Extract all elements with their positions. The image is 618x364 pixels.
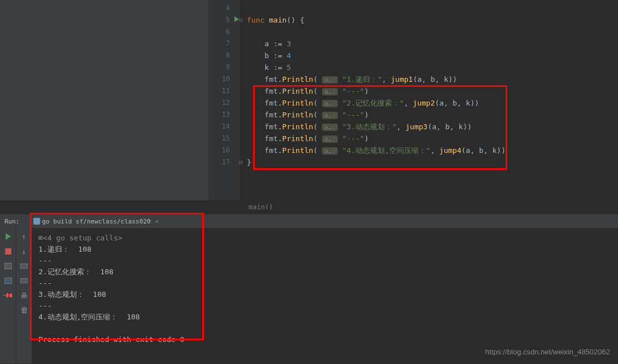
- code-line: fmt.Println( a…: "2.记忆化搜索：", jump2(a, b,…: [240, 97, 618, 109]
- gutter: 4 5 6 7 8 9 10 11 12 13 14 15 16 17: [209, 0, 240, 200]
- line-number: 17: [209, 156, 240, 168]
- line-number: 6: [209, 26, 240, 38]
- go-icon: [33, 218, 40, 225]
- code-line: ⊟}: [240, 156, 618, 168]
- code-line: [240, 168, 618, 180]
- code-line: fmt.Println( a…: "---"): [240, 109, 618, 121]
- code-line: [240, 26, 618, 38]
- console-line: ⊞<4 go setup calls>: [38, 233, 611, 244]
- watermark: https://blog.csdn.net/weixin_48502062: [485, 348, 610, 356]
- console-line: ---: [38, 255, 611, 266]
- line-number: 14: [209, 121, 240, 133]
- line-number: 4: [209, 2, 240, 14]
- close-icon[interactable]: ×: [155, 218, 159, 225]
- rerun-button[interactable]: [3, 231, 13, 242]
- console-line: 3.动态规划： 108: [38, 289, 611, 300]
- fold-icon[interactable]: ⊟: [239, 14, 243, 26]
- scroll-button[interactable]: [19, 275, 29, 286]
- run-header: Run: go build sf/newclass/class020 ×: [0, 214, 618, 228]
- clear-button[interactable]: 🗑: [19, 305, 29, 315]
- code-line: b := 4: [240, 50, 618, 62]
- editor-area: 4 5 6 7 8 9 10 11 12 13 14 15 16 17 ⊟fun…: [0, 0, 618, 200]
- console-line: [38, 323, 611, 334]
- code-line: ⊟func main() {: [240, 14, 618, 26]
- run-title: Run:: [5, 218, 20, 225]
- console-line: Process finished with exit code 0: [38, 334, 611, 345]
- code-line: fmt.Println( a…: "---"): [240, 133, 618, 144]
- breadcrumb[interactable]: main(): [0, 200, 618, 214]
- up-button[interactable]: ↑: [19, 231, 29, 242]
- line-number: 9: [209, 62, 240, 73]
- fold-close-icon[interactable]: ⊟: [239, 156, 243, 168]
- pin-button[interactable]: 📌: [1, 288, 15, 302]
- line-number: 16: [209, 144, 240, 156]
- console-line: 4.动态规划,空间压缩： 108: [38, 312, 611, 323]
- line-number: 7: [209, 38, 240, 50]
- line-number: 10: [209, 73, 240, 85]
- line-number: [209, 168, 240, 180]
- project-panel: [0, 0, 209, 200]
- code-line: k := 5: [240, 62, 618, 73]
- console-line: 2.记忆化搜索： 108: [38, 266, 611, 278]
- code-line: fmt.Println( a…: "4.动态规划,空间压缩：", jump4(a…: [240, 144, 618, 156]
- settings-button[interactable]: [3, 275, 13, 286]
- print-button[interactable]: 🖶: [19, 290, 29, 300]
- run-gutter-icon[interactable]: [234, 16, 239, 22]
- line-number: 15: [209, 133, 240, 144]
- line-number: 12: [209, 97, 240, 109]
- console-output[interactable]: ⊞<4 go setup calls> 1.递归： 108 --- 2.记忆化搜…: [32, 228, 618, 363]
- run-panel: Run: go build sf/newclass/class020 × 📌 ↑…: [0, 214, 618, 363]
- code-line: a := 3: [240, 38, 618, 50]
- console-line: ---: [38, 278, 611, 289]
- line-number: 11: [209, 85, 240, 97]
- stop-button[interactable]: [3, 246, 13, 256]
- line-number: 13: [209, 109, 240, 121]
- run-body: 📌 ↑ ↓ 🖶 🗑 ⊞<4 go setup calls> 1.递归： 108 …: [0, 228, 618, 363]
- code-line: fmt.Println( a…: "1.递归：", jump1(a, b, k)…: [240, 73, 618, 85]
- line-number: 8: [209, 50, 240, 62]
- layout-button[interactable]: [3, 261, 13, 271]
- run-tab-label: go build sf/newclass/class020: [42, 218, 151, 225]
- run-toolbar: 📌: [0, 228, 16, 363]
- code-line: [240, 2, 618, 14]
- code-editor[interactable]: ⊟func main() { a := 3 b := 4 k := 5 fmt.…: [240, 0, 618, 200]
- code-line: fmt.Println( a…: "3.动态规划：", jump3(a, b, …: [240, 121, 618, 133]
- down-button[interactable]: ↓: [19, 246, 29, 256]
- wrap-button[interactable]: [19, 261, 29, 271]
- code-line: fmt.Println( a…: "---"): [240, 85, 618, 97]
- console-line: ---: [38, 300, 611, 312]
- console-line: 1.递归： 108: [38, 244, 611, 255]
- line-number[interactable]: 5: [209, 14, 240, 26]
- run-subtoolbar: ↑ ↓ 🖶 🗑: [16, 228, 32, 363]
- run-tab[interactable]: go build sf/newclass/class020 ×: [29, 218, 164, 225]
